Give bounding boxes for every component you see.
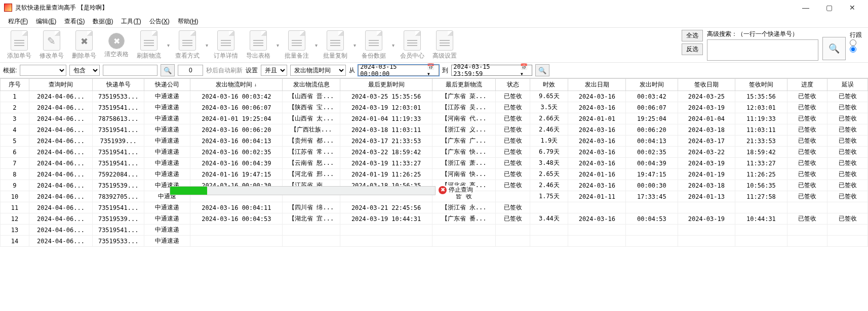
filter-text-input[interactable]: [103, 65, 157, 76]
cell-tn: 73519541...: [92, 124, 144, 136]
dropdown-arrow[interactable]: ▾: [351, 42, 358, 48]
column-header[interactable]: 快递公司: [144, 79, 190, 91]
cell-co: 中通速递: [144, 202, 190, 213]
menu-e[interactable]: 编辑(E): [33, 16, 59, 27]
cell-sd: 2024-03-16: [568, 91, 626, 102]
table-row[interactable]: 12024-04-06...73519533...中通速递2024-03-16 …: [1, 91, 868, 102]
cell-prog: 已签收: [787, 136, 827, 147]
close-button[interactable]: ✕: [841, 1, 864, 15]
adv-search-button[interactable]: 🔍: [822, 37, 846, 60]
menu-s[interactable]: 查看(S): [61, 16, 88, 27]
member-center-button[interactable]: 会员中心: [396, 29, 428, 61]
results-table[interactable]: 序号查询时间快递单号快递公司发出物流时间↓发出物流信息最后更新时间最后更新物流状…: [0, 78, 868, 247]
cell-eff: 6.79天: [530, 147, 568, 158]
cell-qt: 2024-04-06...: [29, 91, 92, 102]
settings-link[interactable]: 设置: [246, 66, 258, 75]
table-row[interactable]: 62024-04-06...73519541...中通速递2024-03-16 …: [1, 147, 868, 158]
column-header[interactable]: 序号: [1, 79, 29, 91]
cell-seq: 8: [1, 169, 29, 180]
menu-x[interactable]: 公告(X): [146, 16, 173, 27]
column-header[interactable]: 延误: [827, 79, 868, 91]
batch-copy-button[interactable]: 批量复制: [319, 29, 351, 61]
maximize-button[interactable]: ▢: [817, 1, 841, 15]
cell-rt: 15:35:56: [735, 91, 787, 102]
from-datetime-picker[interactable]: 2024-03-15 00:00:00 📅▾: [358, 65, 439, 76]
table-row[interactable]: 122024-04-06...73519539...中通速递2024-03-16…: [1, 213, 868, 225]
add-tracking-button[interactable]: 添加单号: [3, 29, 35, 61]
time-field-combo[interactable]: 发出物流时间: [290, 65, 346, 76]
menu-b[interactable]: 数据(B): [90, 16, 116, 27]
refresh-logistics-button[interactable]: 刷新物流: [133, 29, 165, 61]
table-row[interactable]: 112024-04-06...73519541...中通速递2024-03-16…: [1, 202, 868, 213]
column-header[interactable]: 发出物流信息: [283, 79, 340, 91]
clear-table-button[interactable]: 清空表格: [100, 30, 133, 60]
modify-tracking-button[interactable]: 修改单号: [35, 29, 68, 61]
cell-ul: 【河南省 快...: [432, 169, 496, 180]
advanced-settings-button[interactable]: 高级设置: [428, 29, 461, 61]
search-icon: 🔍: [828, 43, 840, 54]
column-header[interactable]: 签收时间: [735, 79, 787, 91]
table-row[interactable]: 82024-04-06...75922084...中通速递2024-01-16 …: [1, 169, 868, 180]
table-row[interactable]: 52024-04-06...7351939...中通速递2024-03-16 0…: [1, 136, 868, 147]
adv-search-textarea[interactable]: [707, 39, 818, 61]
order-detail-button[interactable]: 订单详情: [210, 29, 242, 61]
table-row[interactable]: 132024-04-06...73519541...中通速递: [1, 225, 868, 236]
column-header[interactable]: 发出物流时间↓: [190, 79, 283, 91]
cell-ut: 2024-03-19 12:03:01: [340, 102, 432, 113]
dropdown-arrow[interactable]: ▾: [165, 42, 171, 48]
radio-option-2[interactable]: [850, 46, 862, 53]
menu-t[interactable]: 工具(T): [118, 16, 144, 27]
cell-eff: 1.9天: [530, 136, 568, 147]
table-row[interactable]: 32024-04-06...78758613...中通速递2024-01-01 …: [1, 113, 868, 124]
backup-data-button[interactable]: 备份数据: [358, 29, 390, 61]
table-row[interactable]: 72024-04-06...73519541...中通速递2024-03-16 …: [1, 158, 868, 169]
column-header[interactable]: 发出时间: [626, 79, 678, 91]
cell-stat: 已签收: [496, 91, 530, 102]
export-table-button[interactable]: 导出表格: [242, 29, 274, 61]
radio-option-1[interactable]: [850, 39, 862, 46]
column-header[interactable]: 进度: [787, 79, 827, 91]
batch-remark-button[interactable]: 批量备注: [281, 29, 313, 61]
table-row[interactable]: 42024-04-06...73519541...中通速递2024-03-16 …: [1, 124, 868, 136]
cell-si: 【四川省 绵...: [283, 202, 340, 213]
column-header[interactable]: 发出日期: [568, 79, 626, 91]
column-header[interactable]: 状态: [496, 79, 530, 91]
select-all-button[interactable]: 全选: [682, 30, 703, 41]
table-row[interactable]: 142024-04-06...73519533...中通速递: [1, 236, 868, 247]
dropdown-arrow[interactable]: ▾: [313, 42, 319, 48]
cell-qt: 2024-04-06...: [29, 169, 92, 180]
toolbar-label: 导出表格: [246, 52, 270, 60]
time-filter-search-button[interactable]: 🔍: [535, 64, 549, 76]
table-row[interactable]: 22024-04-06...73519541...中通速递2024-03-16 …: [1, 102, 868, 113]
cell-tn: 78392705...: [92, 191, 144, 202]
cell-ut: 2024-01-19 11:26:25: [340, 169, 432, 180]
cell-stm: [626, 202, 678, 213]
dropdown-arrow[interactable]: ▾: [274, 42, 281, 48]
cell-ul: [432, 225, 496, 236]
cell-delay: 已签收: [827, 169, 868, 180]
dropdown-arrow[interactable]: ▾: [204, 42, 210, 48]
menu-h[interactable]: 帮助(H): [175, 16, 202, 27]
lookup-method-button[interactable]: 查看方式: [171, 29, 204, 61]
operator-combo[interactable]: 包含: [69, 65, 100, 76]
cell-stm: 00:06:07: [626, 102, 678, 113]
dropdown-arrow[interactable]: ▾: [390, 42, 396, 48]
cell-sd: [568, 225, 626, 236]
toolbar-label: 删除单号: [72, 52, 96, 60]
column-header[interactable]: 查询时间: [29, 79, 92, 91]
invert-selection-button[interactable]: 反选: [682, 43, 703, 55]
column-header[interactable]: 时效: [530, 79, 568, 91]
column-header[interactable]: 最后更新物流: [432, 79, 496, 91]
menu-f[interactable]: 程序(F): [5, 16, 31, 27]
column-header[interactable]: 最后更新时间: [340, 79, 432, 91]
filter-search-button[interactable]: 🔍: [161, 64, 175, 76]
minimize-button[interactable]: —: [794, 1, 817, 15]
column-header[interactable]: 快递单号: [92, 79, 144, 91]
delete-tracking-button[interactable]: 删除单号: [68, 29, 100, 61]
cell-qt: 2024-04-06...: [29, 136, 92, 147]
column-header[interactable]: 签收日期: [678, 79, 735, 91]
join-combo[interactable]: 并且: [261, 65, 287, 76]
basis-combo[interactable]: [20, 65, 66, 76]
stop-query-button[interactable]: ✖ 停止查询: [437, 186, 475, 194]
to-datetime-picker[interactable]: 2024-03-15 23:59:59 📅▾: [451, 65, 532, 76]
